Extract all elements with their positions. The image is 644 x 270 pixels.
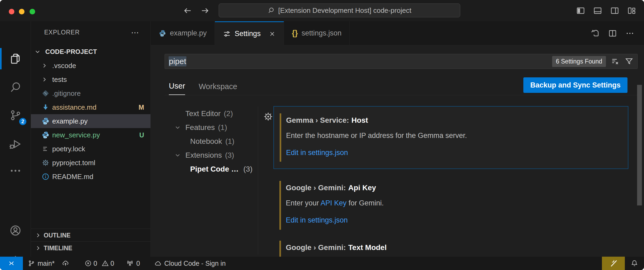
backup-sync-settings-button[interactable]: Backup and Sync Settings <box>523 77 627 93</box>
toml-gear-icon <box>41 159 50 167</box>
explorer-more-actions-icon[interactable]: ⋯ <box>131 31 140 34</box>
api-key-link[interactable]: API Key <box>321 199 347 207</box>
toggle-secondary-sidebar-icon[interactable] <box>610 6 619 15</box>
more-views-icon[interactable] <box>0 158 31 184</box>
command-center-search[interactable]: [Extension Development Host] code-projec… <box>219 3 460 17</box>
traffic-light-maximize-button[interactable] <box>30 9 35 14</box>
edit-in-settings-json-link[interactable]: Edit in settings.json <box>286 216 348 224</box>
tree-item-assistance-md[interactable]: assistance.md M <box>31 100 150 114</box>
toc-count: (1) <box>218 123 227 132</box>
toc-count: (3) <box>243 165 252 173</box>
notifications-bell-icon[interactable] <box>625 259 644 267</box>
tree-item-new-service-py[interactable]: new_service.py U <box>31 128 150 142</box>
python-file-icon <box>41 117 50 125</box>
split-editor-icon[interactable] <box>608 29 617 38</box>
toc-count: (1) <box>225 137 234 145</box>
tree-item-poetry-lock[interactable]: poetry.lock <box>31 142 150 156</box>
accounts-icon[interactable] <box>0 218 31 243</box>
tab-example-py[interactable]: example.py <box>151 21 215 45</box>
modified-indicator <box>279 181 281 230</box>
close-icon[interactable] <box>269 30 276 37</box>
cloud-code-label: Cloud Code - Sign in <box>164 260 226 267</box>
editor-area: example.py Settings {} settings.json <box>151 21 644 257</box>
back-icon[interactable] <box>183 6 192 15</box>
toc-item-features[interactable]: Features(1) <box>151 121 258 134</box>
setting-name: Host <box>352 116 368 124</box>
tree-item-pyproject-toml[interactable]: pyproject.toml <box>31 156 150 170</box>
markdown-arrow-icon <box>41 103 50 111</box>
tree-item-gitignore[interactable]: .gitignore <box>31 86 150 100</box>
toc-item-notebook[interactable]: Notebook(1) <box>151 134 258 148</box>
file-label: .gitignore <box>52 89 81 98</box>
tree-item-vscode[interactable]: .vscode <box>31 59 150 73</box>
toggle-primary-sidebar-icon[interactable] <box>576 6 585 15</box>
setting-gear-icon[interactable] <box>263 112 273 122</box>
setting-row-gemma-service-host[interactable]: Gemma › Service:Host Enter the hostname … <box>274 106 628 169</box>
scope-user-label: User <box>169 82 185 90</box>
error-count: 0 <box>93 260 97 267</box>
toc-item-text-editor[interactable]: Text Editor(2) <box>151 107 258 121</box>
toc-count: (3) <box>225 151 234 159</box>
toc-item-extensions[interactable]: Extensions(3) <box>151 148 258 162</box>
toc-label: Notebook <box>190 137 222 145</box>
file-label: pyproject.toml <box>52 159 95 167</box>
scope-tab-user[interactable]: User <box>169 77 185 95</box>
source-control-icon[interactable]: 2 <box>0 102 31 128</box>
traffic-light-close-button[interactable] <box>9 9 14 14</box>
file-label: assistance.md <box>52 103 96 112</box>
file-label: example.py <box>52 117 88 125</box>
toc-item-pipet-code[interactable]: Pipet Code … (3) <box>151 162 258 176</box>
chevron-right-icon <box>35 245 44 252</box>
settings-toc: Text Editor(2) Features(1) Notebook(1) E… <box>151 107 258 176</box>
tree-root-code-project[interactable]: CODE-PROJECT <box>31 45 150 59</box>
filter-funnel-icon[interactable] <box>625 57 634 66</box>
more-actions-icon[interactable] <box>625 29 634 38</box>
ai-assist-disabled-button[interactable] <box>602 257 625 270</box>
branch-status-item[interactable]: main* <box>28 260 55 267</box>
traffic-light-minimize-button[interactable] <box>19 9 25 14</box>
edit-in-settings-json-link[interactable]: Edit in settings.json <box>286 149 348 157</box>
remote-indicator[interactable] <box>0 257 23 270</box>
cloud-code-status-item[interactable]: Cloud Code - Sign in <box>154 259 226 267</box>
forward-icon[interactable] <box>200 6 210 15</box>
file-label: README.md <box>52 173 93 181</box>
settings-search-value: pipet <box>169 56 186 66</box>
setting-row-google-gemini-api-key[interactable]: Google › Gemini:Api Key Enter your API K… <box>274 174 628 237</box>
scope-tab-workspace[interactable]: Workspace <box>199 78 237 95</box>
clear-search-filters-icon[interactable] <box>611 57 620 66</box>
tab-label: settings.json <box>301 29 341 37</box>
setting-name: Text Model <box>348 243 387 252</box>
toc-label: Text Editor <box>185 109 221 118</box>
open-settings-json-icon[interactable] <box>590 29 600 38</box>
search-view-icon[interactable] <box>0 74 31 100</box>
tab-settings[interactable]: Settings <box>215 21 284 45</box>
explorer-icon[interactable] <box>0 46 31 72</box>
modified-indicator <box>279 241 281 257</box>
run-debug-icon[interactable] <box>0 131 31 157</box>
setting-description: Enter the hostname or IP address for the… <box>286 132 467 140</box>
tree-item-tests[interactable]: tests <box>31 73 150 86</box>
timeline-section-header[interactable]: TIMELINE <box>31 241 150 255</box>
settings-search-input[interactable]: pipet 6 Settings Found <box>165 54 638 69</box>
activity-bar: 2 1 <box>0 21 31 257</box>
sync-changes-icon[interactable] <box>62 259 70 267</box>
scrollbar-thumb[interactable] <box>637 85 642 205</box>
explorer-header-title: EXPLORER <box>44 29 80 36</box>
chevron-down-icon <box>174 124 181 131</box>
tree-item-readme-md[interactable]: README.md <box>31 170 150 184</box>
setting-row-google-gemini-text-model[interactable]: Google › Gemini:Text Model <box>274 234 628 257</box>
outline-section-header[interactable]: OUTLINE <box>31 229 150 242</box>
git-status-badge: U <box>139 131 144 139</box>
problems-status-item[interactable]: 0 0 <box>84 260 114 267</box>
tab-settings-json[interactable]: {} settings.json <box>284 21 350 45</box>
toggle-panel-icon[interactable] <box>593 6 602 15</box>
search-icon <box>267 7 275 14</box>
ports-status-item[interactable]: 0 <box>126 259 140 267</box>
tree-item-example-py[interactable]: example.py <box>31 114 150 128</box>
settings-editor: pipet 6 Settings Found User <box>151 45 644 257</box>
setting-category: Google › Gemini: <box>286 243 346 252</box>
setting-name: Api Key <box>348 184 376 192</box>
json-braces-icon: {} <box>292 29 298 38</box>
branch-name: main* <box>38 260 55 267</box>
customize-layout-icon[interactable] <box>627 6 637 15</box>
